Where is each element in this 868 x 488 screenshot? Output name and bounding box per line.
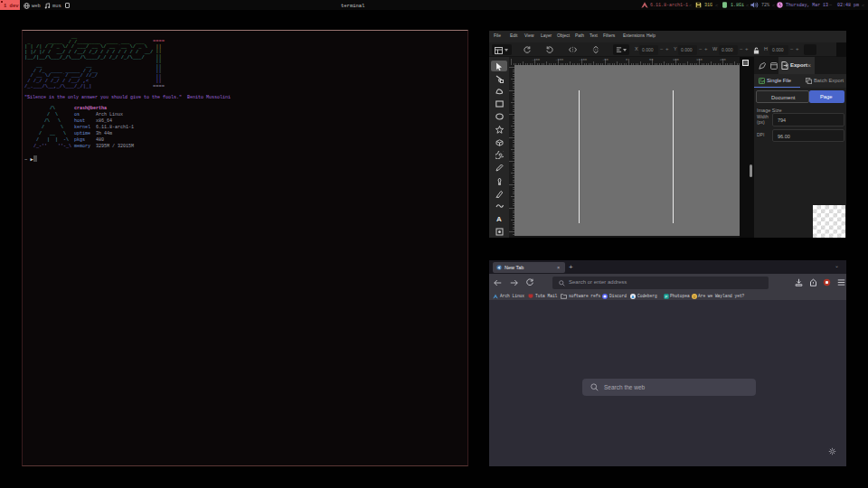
svg-text:P: P xyxy=(665,294,668,298)
